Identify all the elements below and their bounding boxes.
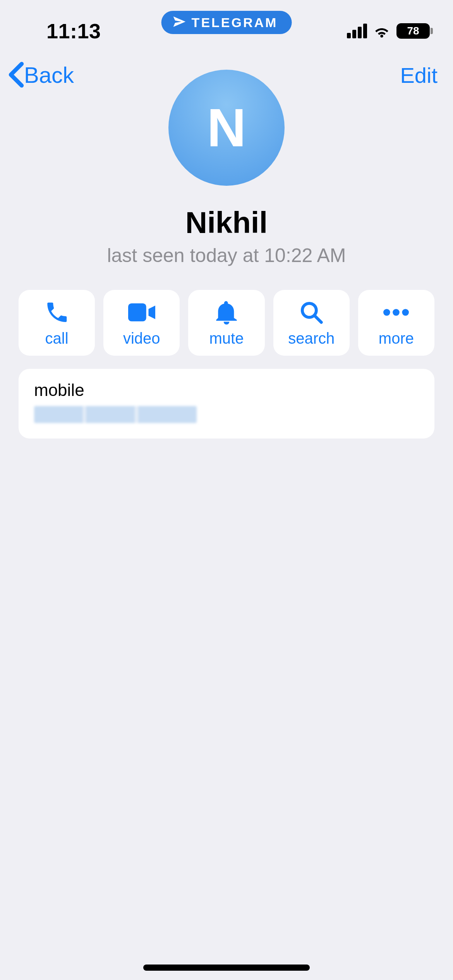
more-button[interactable]: more [358,290,434,356]
mobile-info-card[interactable]: mobile [19,369,434,439]
edit-button[interactable]: Edit [400,63,438,88]
mobile-number-redacted [34,406,197,423]
video-icon [128,299,155,326]
search-label: search [288,330,335,347]
call-button[interactable]: call [19,290,95,356]
search-button[interactable]: search [273,290,350,356]
status-time: 11:13 [23,11,101,43]
back-label: Back [24,62,74,88]
video-label: video [123,330,160,347]
search-icon [299,299,323,326]
status-bar: 11:13 TELEGRAM 78 [0,0,453,54]
cellular-signal-icon [347,24,367,38]
call-label: call [45,330,69,347]
svg-point-4 [393,309,400,316]
chevron-left-icon [8,61,25,88]
avatar-initial: N [207,96,246,159]
nav-bar: Back Edit [0,54,453,89]
paper-plane-icon [172,15,186,30]
svg-point-5 [402,309,409,316]
action-row: call video mute search [0,290,453,356]
home-indicator[interactable] [143,965,310,971]
status-indicators: 78 [347,15,430,39]
more-label: more [379,330,414,347]
video-button[interactable]: video [103,290,180,356]
back-button[interactable]: Back [8,61,74,88]
mute-button[interactable]: mute [188,290,264,356]
more-icon [383,299,409,326]
battery-indicator: 78 [396,23,430,39]
svg-line-2 [314,315,321,322]
battery-pct: 78 [407,25,419,37]
contact-name: Nikhil [185,205,268,240]
mute-label: mute [209,330,244,347]
phone-icon [44,299,70,326]
svg-rect-0 [128,303,146,321]
svg-point-3 [383,309,390,316]
contact-status: last seen today at 10:22 AM [107,244,346,267]
profile-header: N Nikhil last seen today at 10:22 AM [0,89,453,267]
bell-icon [215,299,238,326]
app-pill-label: TELEGRAM [192,15,278,30]
wifi-icon [372,23,391,39]
app-return-pill[interactable]: TELEGRAM [161,11,292,34]
mobile-label: mobile [34,380,419,400]
